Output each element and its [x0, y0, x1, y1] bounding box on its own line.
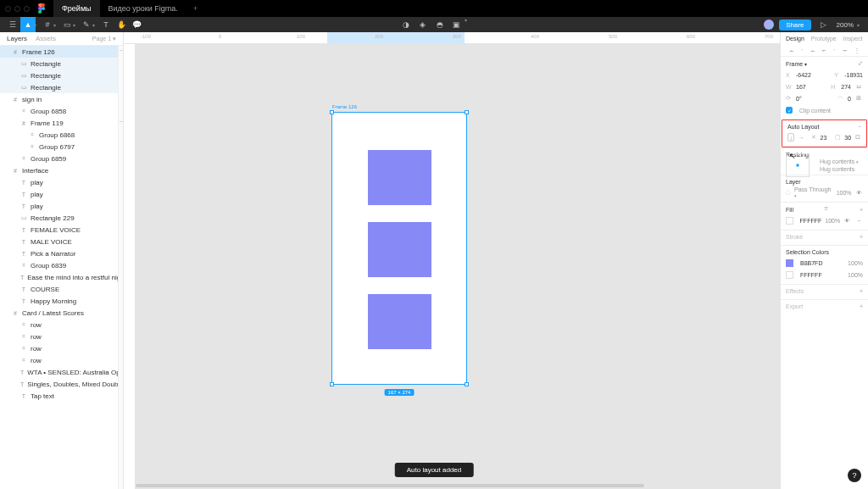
remove-autolayout-button[interactable]: − [858, 124, 861, 130]
layer-item[interactable]: ⌗row [0, 319, 123, 331]
add-stroke-button[interactable]: + [860, 234, 863, 240]
collapse-strip[interactable] [118, 46, 123, 489]
layer-item[interactable]: ▭Rectangle [0, 69, 123, 81]
color-swatch-1[interactable] [786, 259, 793, 267]
layer-item[interactable]: ▭Rectangle [0, 58, 123, 69]
canvas[interactable]: Frame 126 167 × 274 [136, 44, 780, 489]
align-top-icon[interactable]: ⫟ [821, 47, 827, 54]
layer-item[interactable]: TCOURSE [0, 283, 123, 295]
independent-corners-icon[interactable]: ⊞ [854, 94, 863, 103]
add-export-button[interactable]: + [860, 303, 863, 309]
hand-tool[interactable]: ✋ [114, 17, 129, 32]
share-button[interactable]: Share [779, 19, 810, 31]
clip-content-checkbox[interactable]: ✓ [786, 107, 793, 114]
blend-mode-select[interactable]: Pass Through ▾ [794, 186, 833, 198]
frame-label[interactable]: Frame 126 [332, 104, 357, 109]
resize-handle[interactable] [330, 382, 334, 386]
tab-file-1[interactable]: Фреймы [53, 0, 100, 17]
remove-fill-button[interactable]: − [855, 216, 863, 225]
layer-item[interactable]: Tplay [0, 176, 123, 188]
align-vcenter-icon[interactable]: ᛫ [832, 47, 837, 54]
link-wh-icon[interactable]: ⚍ [854, 82, 863, 91]
w-input[interactable]: 167 [796, 84, 806, 90]
layer-item[interactable]: ▭Rectangle 229 [0, 212, 123, 224]
rotate-input[interactable]: 0° [796, 96, 802, 102]
horizontal-scrollbar[interactable] [136, 484, 644, 487]
distribute-icon[interactable]: ⋮ [854, 47, 860, 54]
new-tab-button[interactable]: + [186, 4, 204, 13]
color-hex-2[interactable]: FFFFFF [800, 272, 822, 278]
text-tool[interactable]: T [98, 17, 114, 32]
avatar[interactable] [764, 19, 774, 30]
align-bottom-icon[interactable]: ⫟ [842, 47, 849, 54]
color-opacity-2[interactable]: 100% [848, 272, 863, 278]
fill-style-icon[interactable]: ⠿ [824, 206, 828, 213]
layer-item[interactable]: Tplay [0, 200, 123, 212]
layer-item[interactable]: #Card / Latest Scores [0, 307, 123, 319]
menu-button[interactable]: ☰ [5, 17, 20, 32]
layer-item[interactable]: ⌗row [0, 342, 123, 354]
align-left-icon[interactable]: ⫠ [788, 47, 795, 54]
layer-item[interactable]: ⌗Group 6797 [0, 141, 123, 153]
layer-item[interactable]: TMALE VOICE [0, 236, 123, 247]
resizing-h-select[interactable]: Hug contents ▾ [820, 158, 859, 164]
resizing-v-select[interactable]: Hug contents [820, 166, 859, 172]
resize-handle[interactable] [330, 110, 334, 114]
tab-file-2[interactable]: Видео уроки Figma. [100, 0, 186, 17]
present-button[interactable]: ▷ [816, 17, 832, 32]
figma-logo-icon[interactable] [38, 4, 47, 13]
resize-handle[interactable] [465, 382, 469, 386]
fit-icon[interactable]: ⤢ [858, 60, 863, 67]
max-dot[interactable] [24, 6, 30, 12]
fill-hex-input[interactable]: FFFFFF [800, 218, 822, 224]
add-fill-button[interactable]: + [860, 207, 863, 213]
layer-item[interactable]: TFEMALE VOICE [0, 224, 123, 236]
tab-layers[interactable]: Layers [7, 35, 27, 42]
fill-swatch[interactable] [786, 217, 793, 225]
layer-item[interactable]: ⌗Group 6859 [0, 153, 123, 164]
rectangle-2[interactable] [368, 222, 431, 277]
direction-vertical-button[interactable]: ↓ [787, 133, 794, 142]
layer-item[interactable]: ⌗row [0, 354, 123, 366]
layer-item[interactable]: ⌗Group 6858 [0, 105, 123, 117]
comment-tool[interactable]: 💬 [129, 17, 144, 32]
color-swatch-2[interactable] [786, 271, 793, 279]
fill-opacity-input[interactable]: 100% [825, 218, 840, 224]
help-button[interactable]: ? [848, 469, 861, 482]
rectangle-3[interactable] [368, 294, 431, 349]
layer-item[interactable]: ⌗Group 6839 [0, 259, 123, 271]
constraint-widget[interactable] [786, 153, 810, 177]
direction-horizontal-button[interactable]: → [798, 133, 804, 142]
padding-input[interactable]: 30 [844, 135, 851, 141]
mask-icon[interactable]: ◓ [432, 17, 448, 32]
rectangle-1[interactable] [368, 150, 431, 205]
x-input[interactable]: -6422 [796, 72, 811, 78]
boolean-icon[interactable]: ▣ [449, 17, 465, 32]
layer-item[interactable]: #Frame 119 [0, 117, 123, 129]
visibility-icon[interactable]: 👁 [855, 188, 863, 197]
alignment-button[interactable]: ⊡ [854, 133, 861, 142]
layer-item[interactable]: Tplay [0, 188, 123, 200]
align-hcenter-icon[interactable]: ᛫ [800, 47, 804, 54]
layer-item[interactable]: #Frame 126 [0, 46, 123, 58]
resize-handle[interactable] [465, 110, 469, 114]
close-dot[interactable] [5, 6, 11, 12]
layer-opacity-input[interactable]: 100% [837, 190, 852, 196]
layer-item[interactable]: TTap text [0, 390, 123, 402]
layer-item[interactable]: TSingles, Doubles, Mixed Doubles [0, 378, 123, 390]
radius-input[interactable]: 0 [848, 96, 851, 102]
style-icon[interactable]: ◑ [398, 17, 414, 32]
layer-item[interactable]: ⌗row [0, 331, 123, 342]
tab-design[interactable]: Design [786, 36, 804, 42]
selected-frame[interactable]: Frame 126 167 × 274 [331, 112, 467, 385]
align-right-icon[interactable]: ⫠ [810, 47, 816, 54]
layer-item[interactable]: ⌗Group 6868 [0, 129, 123, 141]
layer-item[interactable]: #sign in [0, 93, 123, 105]
layer-item[interactable]: #Interface [0, 164, 123, 176]
visibility-icon[interactable]: 👁 [843, 216, 851, 225]
min-dot[interactable] [14, 6, 20, 12]
tab-assets[interactable]: Assets [36, 35, 56, 42]
tab-prototype[interactable]: Prototype [811, 36, 837, 42]
layer-item[interactable]: TEase the mind into a restful night's sl… [0, 271, 123, 283]
color-opacity-1[interactable]: 100% [848, 260, 863, 266]
